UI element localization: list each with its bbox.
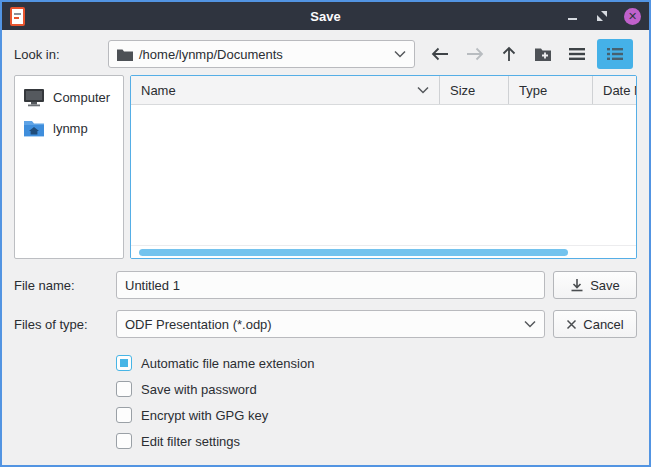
minimize-icon — [568, 18, 577, 20]
close-button[interactable]: ✕ — [624, 8, 641, 25]
column-header-date-modified[interactable]: Date M — [593, 76, 636, 104]
titlebar[interactable]: Save ✕ — [2, 2, 649, 30]
checkbox-encrypt-gpg[interactable] — [116, 407, 132, 423]
cancel-button-label: Cancel — [583, 317, 623, 332]
options-group: Automatic file name extension Save with … — [116, 350, 637, 454]
folder-icon — [117, 48, 133, 61]
save-button-label: Save — [590, 278, 620, 293]
cancel-button[interactable]: Cancel — [553, 310, 637, 338]
file-type-dropdown[interactable]: ODF Presentation (*.odp) — [116, 310, 545, 338]
new-folder-button[interactable] — [528, 40, 558, 68]
save-button[interactable]: Save — [553, 271, 637, 299]
details-view-icon — [606, 47, 624, 61]
checkbox-row-save-with-password: Save with password — [116, 376, 637, 402]
file-type-label: Files of type: — [14, 317, 108, 332]
scrollbar-thumb[interactable] — [139, 249, 568, 256]
checkbox-save-with-password[interactable] — [116, 381, 132, 397]
save-download-icon — [570, 278, 584, 293]
file-name-label: File name: — [14, 278, 108, 293]
list-view-button[interactable] — [562, 40, 592, 68]
file-list-header: Name Size Type Date M — [131, 76, 636, 105]
chevron-down-icon — [417, 86, 429, 94]
checkbox-row-automatic-extension: Automatic file name extension — [116, 350, 637, 376]
maximize-icon — [596, 10, 608, 22]
navigation-toolbar — [415, 39, 637, 69]
list-view-icon — [568, 47, 586, 61]
sidebar-item-label: Computer — [53, 90, 110, 105]
minimize-button[interactable] — [564, 8, 580, 24]
impress-document-icon — [10, 7, 25, 26]
checkbox-edit-filter[interactable] — [116, 433, 132, 449]
look-in-label: Look in: — [14, 47, 108, 62]
look-in-combobox[interactable]: /home/lynmp/Documents — [108, 40, 415, 68]
column-header-size[interactable]: Size — [440, 76, 509, 104]
file-list-viewport[interactable] — [131, 105, 636, 245]
places-sidebar: Computer lynmp — [14, 75, 124, 259]
sidebar-item-label: lynmp — [53, 121, 88, 136]
file-list: Name Size Type Date M — [130, 75, 637, 259]
new-folder-icon — [534, 47, 552, 62]
file-type-value: ODF Presentation (*.odp) — [125, 317, 524, 332]
sidebar-item-computer[interactable]: Computer — [15, 82, 123, 113]
checkbox-label: Automatic file name extension — [141, 356, 314, 371]
look-in-value: /home/lynmp/Documents — [133, 47, 394, 62]
column-header-name[interactable]: Name — [131, 76, 440, 104]
up-button[interactable] — [494, 40, 524, 68]
horizontal-scrollbar[interactable] — [131, 245, 636, 258]
checkbox-label: Edit filter settings — [141, 434, 240, 449]
x-icon — [566, 319, 577, 330]
back-button[interactable] — [425, 40, 455, 68]
file-name-input[interactable] — [116, 271, 545, 299]
maximize-button[interactable] — [594, 8, 610, 24]
save-dialog-window: Save ✕ Look in: /home/lynmp/Documents — [0, 0, 651, 467]
chevron-down-icon — [394, 50, 406, 58]
back-icon — [430, 46, 450, 62]
checkbox-row-edit-filter: Edit filter settings — [116, 428, 637, 454]
sidebar-item-lynmp[interactable]: lynmp — [15, 113, 123, 143]
checkbox-automatic-extension[interactable] — [116, 355, 132, 371]
details-view-button[interactable] — [597, 39, 633, 69]
column-header-type[interactable]: Type — [509, 76, 593, 104]
up-icon — [501, 45, 517, 63]
forward-button[interactable] — [460, 40, 490, 68]
close-icon: ✕ — [628, 11, 637, 22]
checkbox-label: Save with password — [141, 382, 257, 397]
chevron-down-icon — [524, 320, 536, 328]
home-folder-icon — [23, 119, 45, 137]
window-title: Save — [2, 9, 649, 24]
computer-icon — [23, 88, 45, 107]
forward-icon — [465, 46, 485, 62]
checkbox-label: Encrypt with GPG key — [141, 408, 268, 423]
checkbox-row-encrypt-gpg: Encrypt with GPG key — [116, 402, 637, 428]
